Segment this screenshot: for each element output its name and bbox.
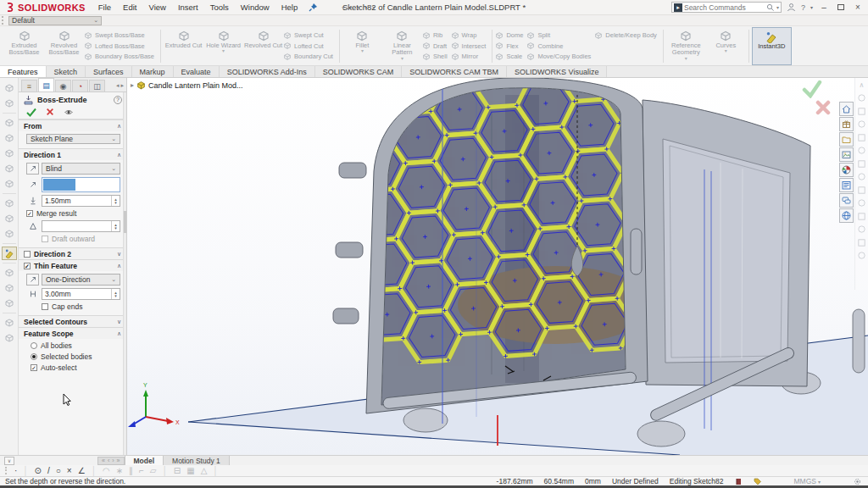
view-palette-button[interactable] <box>839 147 854 162</box>
panel-collapse-chevron[interactable]: ∨ <box>4 457 14 465</box>
view-tool-button[interactable] <box>857 146 867 156</box>
minimize-button[interactable]: – <box>818 2 830 14</box>
tab-motion-study-1[interactable]: Motion Study 1 <box>164 456 230 465</box>
search-dropdown-icon[interactable]: ▾ <box>776 4 779 10</box>
tab-features[interactable]: Features <box>0 66 47 77</box>
search-input[interactable] <box>684 3 765 12</box>
sketch-fillet-tool-button[interactable]: ∠ <box>78 466 86 475</box>
status-options-icon[interactable] <box>854 478 861 485</box>
pin-icon[interactable] <box>307 2 319 14</box>
flyout-arrow-icon[interactable]: ▸ <box>131 81 134 89</box>
view-tool-button[interactable] <box>857 172 867 182</box>
spinner-buttons[interactable]: ▴▾ <box>111 196 120 206</box>
graphics-viewport[interactable]: Y X Z ▸ Candle Lantern Plain Mod... ∧ <box>127 78 868 455</box>
revolved-cut-tool-button[interactable] <box>2 177 17 191</box>
login-user-icon[interactable] <box>787 3 796 12</box>
pm-tab-scroll-arrows[interactable]: ◂ ▸ <box>116 82 126 92</box>
tab-evaluate[interactable]: Evaluate <box>174 66 220 77</box>
mirror-tool-button[interactable] <box>2 297 17 310</box>
cap-ends-checkbox[interactable]: Cap ends <box>26 302 120 311</box>
reference-geometry-tool-button[interactable] <box>2 227 17 241</box>
tab-scroll-buttons[interactable]: «‹›» <box>97 457 125 465</box>
line-tool-button[interactable]: / <box>47 466 50 475</box>
section-selected-contours[interactable]: Selected Contours ∨ <box>19 315 126 327</box>
close-button[interactable]: × <box>852 2 864 14</box>
tag-icon[interactable] <box>754 478 761 485</box>
end-condition-dropdown[interactable]: Blind ⌄ <box>42 163 120 175</box>
spinner-buttons[interactable]: ▴▾ <box>111 221 120 231</box>
restore-button[interactable] <box>835 2 847 14</box>
preview-eye-icon[interactable] <box>64 108 74 116</box>
extruded-cut-tool-button[interactable] <box>2 162 17 175</box>
start-condition-dropdown[interactable]: Sketch Plane ⌄ <box>26 134 120 144</box>
panel-scrollbar[interactable] <box>123 92 126 455</box>
pm-tab-propertymanager[interactable]: ▤ <box>38 78 54 92</box>
auto-select-checkbox[interactable]: ✓ Auto-select <box>31 363 120 372</box>
rib-tool-button[interactable] <box>2 266 17 280</box>
new-document-button[interactable] <box>335 7 338 8</box>
swept-boss-base-tool-button[interactable] <box>2 116 17 130</box>
pm-tab-displaymanager[interactable]: ◫ <box>89 80 105 92</box>
confirm-ok-icon[interactable] <box>802 80 822 98</box>
pm-tab-featuremanager-design-tree[interactable]: ≡ <box>21 80 37 92</box>
tab-markup[interactable]: Markup <box>132 66 174 77</box>
toolbar-grip[interactable] <box>5 467 8 474</box>
all-bodies-radio[interactable]: All bodies <box>31 341 120 350</box>
circle-tool-button[interactable]: ⊙ <box>35 466 42 475</box>
configuration-dropdown[interactable]: Default ⌄ <box>8 16 102 25</box>
view-tool-button[interactable] <box>857 132 867 142</box>
tab-sketch[interactable]: Sketch <box>47 66 86 77</box>
home-button[interactable] <box>331 7 334 8</box>
ellipse-tool-button[interactable]: ○ <box>56 466 61 475</box>
combine-tool-button[interactable] <box>2 316 17 330</box>
book-icon[interactable] <box>735 478 743 485</box>
section-feature-scope[interactable]: Feature Scope ∧ <box>19 327 126 339</box>
3d-content-central-button[interactable] <box>839 208 854 223</box>
linear-pattern-tool-button[interactable] <box>2 212 17 225</box>
thin-feature-checkbox[interactable]: ✓ <box>24 263 31 269</box>
section-direction2[interactable]: Direction 2 ∨ <box>19 247 126 259</box>
view-tool-button[interactable] <box>857 158 867 169</box>
menu-tools[interactable]: Tools <box>204 1 235 14</box>
tab-solidworks-visualize[interactable]: SOLIDWORKS Visualize <box>507 66 607 77</box>
tab-surfaces[interactable]: Surfaces <box>86 66 132 77</box>
thickness-input[interactable]: 3.00mm ▴▾ <box>42 288 120 300</box>
shell-tool-button[interactable] <box>2 281 17 295</box>
menu-help[interactable]: Help <box>275 1 304 14</box>
view-tool-button[interactable] <box>857 93 867 103</box>
depth-input[interactable]: 1.50mm ▴▾ <box>42 195 120 207</box>
help-icon[interactable]: ? <box>114 96 122 104</box>
help-dropdown-icon[interactable]: ▾ <box>810 4 813 10</box>
toolbar-grip[interactable] <box>2 16 6 25</box>
view-tool-button[interactable] <box>857 198 867 208</box>
pm-tab-dimxpertmanager[interactable]: ◔ <box>72 80 88 92</box>
section-from[interactable]: From ∧ <box>19 119 126 131</box>
point-tool-button[interactable]: · <box>14 466 17 475</box>
collapse-toolbar-icon[interactable]: ∧ <box>857 80 867 90</box>
view-tool-button[interactable] <box>857 251 867 261</box>
draft-angle-input[interactable]: ▴▾ <box>42 220 120 232</box>
boundary-boss-base-tool-button[interactable] <box>2 147 17 160</box>
help-menu[interactable]: ? <box>801 3 805 12</box>
appearances-scenes-button[interactable] <box>839 163 854 177</box>
solidworks-resources-button[interactable] <box>839 102 854 116</box>
revolved-boss-base-tool-button[interactable] <box>2 97 17 110</box>
direction2-checkbox[interactable] <box>24 251 31 258</box>
file-explorer-button[interactable] <box>839 132 854 147</box>
flyout-feature-tree[interactable]: ▸ Candle Lantern Plain Mod... <box>131 80 243 90</box>
view-tool-button[interactable] <box>857 185 867 195</box>
view-tool-button[interactable] <box>857 225 867 235</box>
menu-file[interactable]: File <box>92 1 117 14</box>
part-name[interactable]: Candle Lantern Plain Mod... <box>148 81 243 90</box>
thin-type-dropdown[interactable]: One-Direction ⌄ <box>42 274 120 286</box>
merge-result-checkbox[interactable]: ✓ Merge result <box>26 209 120 218</box>
reverse-thin-direction-button[interactable] <box>26 274 39 286</box>
view-tool-button[interactable] <box>857 237 867 247</box>
view-tool-button[interactable] <box>857 106 867 116</box>
direction-reference-listbox[interactable] <box>42 177 120 192</box>
view-tool-button[interactable] <box>857 211 867 221</box>
menu-edit[interactable]: Edit <box>117 1 142 14</box>
menu-window[interactable]: Window <box>235 1 275 14</box>
spinner-buttons[interactable]: ▴▾ <box>111 289 120 299</box>
tab-solidworks-add-ins[interactable]: SOLIDWORKS Add-Ins <box>220 66 315 77</box>
